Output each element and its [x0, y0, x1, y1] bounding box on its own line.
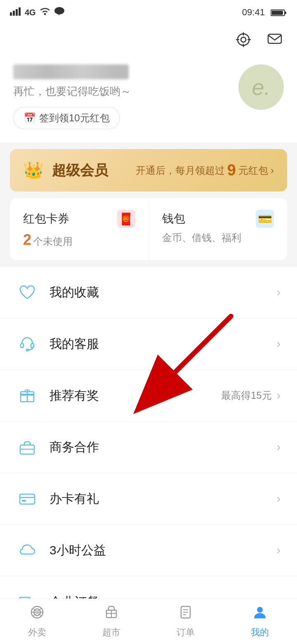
- svg-rect-16: [268, 34, 281, 43]
- nav-item-waimai[interactable]: 外卖: [0, 599, 74, 644]
- chat-bubble-icon: [54, 6, 65, 19]
- username-blur: [13, 64, 129, 79]
- arrow-service: ›: [277, 337, 280, 350]
- signal-icon: [10, 7, 21, 18]
- cards-row: 红包卡券 🧧 2 个未使用 钱包 💳 金币、借钱、福利: [10, 198, 287, 260]
- nav-label-orders: 订单: [177, 626, 195, 639]
- badge-referral: 最高得15元: [221, 389, 272, 402]
- svg-point-5: [54, 7, 64, 14]
- svg-rect-2: [16, 9, 18, 16]
- arrow-charity: ›: [277, 544, 280, 557]
- svg-point-4: [44, 13, 46, 15]
- svg-point-11: [241, 37, 246, 42]
- menu-item-referral[interactable]: 推荐有奖 最高得15元 ›: [0, 370, 297, 421]
- wifi-icon: [39, 7, 51, 18]
- mine-icon: [252, 604, 268, 624]
- svg-marker-6: [57, 14, 59, 15]
- svg-rect-3: [19, 7, 21, 16]
- signal-label: 4G: [25, 8, 36, 17]
- checkin-button[interactable]: 📅 签到领10元红包: [13, 107, 120, 129]
- svg-rect-8: [285, 12, 286, 14]
- vip-unit: 元红包: [238, 164, 268, 177]
- menu-label-card: 办卡有礼: [50, 490, 277, 507]
- card-wallet-sub: 金币、借钱、福利: [162, 231, 274, 244]
- status-left: 4G: [10, 6, 65, 19]
- card-hongbao-title: 红包卡券 🧧: [23, 210, 135, 228]
- menu-label-business: 商务合作: [50, 439, 277, 456]
- svg-rect-27: [22, 500, 26, 502]
- checkin-label: 签到领10元红包: [39, 111, 110, 125]
- arrow-favorites: ›: [277, 286, 280, 299]
- menu-list: 我的收藏 › 我的客服 › 推荐有奖 最高得: [0, 267, 297, 628]
- menu-item-card[interactable]: 办卡有礼 ›: [0, 473, 297, 525]
- card-hongbao[interactable]: 红包卡券 🧧 2 个未使用: [10, 198, 149, 260]
- svg-rect-0: [10, 12, 12, 16]
- profile-section: 再忙，也要记得吃饭哟～ 📅 签到领10元红包 e.: [0, 54, 297, 142]
- svg-point-45: [257, 607, 263, 613]
- vip-amount: 9: [227, 161, 236, 179]
- crown-icon: 👑: [23, 161, 44, 180]
- profile-motto: 再忙，也要记得吃饭哟～: [13, 84, 238, 99]
- scan-button[interactable]: [234, 31, 252, 49]
- vip-arrow-icon: ›: [271, 165, 274, 176]
- avatar[interactable]: e.: [238, 64, 284, 110]
- menu-item-charity[interactable]: 3小时公益 ›: [0, 525, 297, 576]
- vip-banner[interactable]: 👑 超级会员 开通后，每月领超过 9 元红包 ›: [10, 149, 287, 192]
- status-time: 09:41: [242, 7, 287, 18]
- arrow-card: ›: [277, 492, 280, 505]
- svg-rect-18: [31, 343, 34, 348]
- card-icon: [16, 488, 38, 509]
- vip-desc-text: 开通后，每月领超过: [136, 164, 225, 177]
- waimai-icon: [29, 604, 45, 624]
- wallet-icon: 💳: [256, 210, 274, 228]
- profile-info: 再忙，也要记得吃饭哟～ 📅 签到领10元红包: [13, 64, 238, 129]
- menu-item-favorites[interactable]: 我的收藏 ›: [0, 267, 297, 318]
- card-wallet[interactable]: 钱包 💳 金币、借钱、福利: [149, 198, 288, 260]
- checkin-icon: 📅: [24, 112, 36, 124]
- bottom-nav: 外卖 超市 订单: [0, 599, 297, 644]
- nav-label-waimai: 外卖: [28, 626, 46, 639]
- svg-rect-9: [271, 11, 283, 15]
- message-button[interactable]: [266, 31, 284, 49]
- card-hongbao-count: 2 个未使用: [23, 231, 135, 249]
- svg-rect-25: [20, 494, 35, 504]
- arrow-referral: ›: [277, 389, 280, 402]
- nav-label-mine: 我的: [251, 626, 269, 639]
- top-action-bar: [0, 25, 297, 54]
- avatar-initial: e.: [252, 74, 270, 100]
- nav-label-supermarket: 超市: [102, 626, 120, 639]
- vip-desc: 开通后，每月领超过 9 元红包 ›: [116, 161, 274, 179]
- nav-item-orders[interactable]: 订单: [148, 599, 223, 644]
- headset-icon: [16, 333, 38, 355]
- vip-title: 超级会员: [52, 161, 108, 180]
- menu-label-favorites: 我的收藏: [50, 284, 277, 301]
- briefcase-icon: [16, 436, 38, 458]
- menu-label-charity: 3小时公益: [50, 542, 277, 559]
- orders-icon: [178, 604, 193, 624]
- gift-icon: [16, 385, 38, 406]
- menu-item-service[interactable]: 我的客服 ›: [0, 318, 297, 370]
- card-wallet-title: 钱包 💳: [162, 210, 274, 228]
- status-bar: 4G 09:41: [0, 0, 297, 25]
- heart-icon: [16, 282, 38, 303]
- supermarket-icon: [104, 604, 119, 624]
- svg-rect-17: [21, 343, 24, 348]
- menu-item-business[interactable]: 商务合作 ›: [0, 421, 297, 473]
- nav-item-mine[interactable]: 我的: [223, 599, 297, 644]
- svg-rect-1: [13, 11, 15, 16]
- arrow-business: ›: [277, 440, 280, 454]
- hongbao-icon: 🧧: [117, 210, 135, 228]
- menu-label-referral: 推荐有奖: [50, 387, 221, 404]
- menu-label-service: 我的客服: [50, 336, 277, 353]
- nav-item-supermarket[interactable]: 超市: [74, 599, 148, 644]
- cloud-icon: [16, 540, 38, 561]
